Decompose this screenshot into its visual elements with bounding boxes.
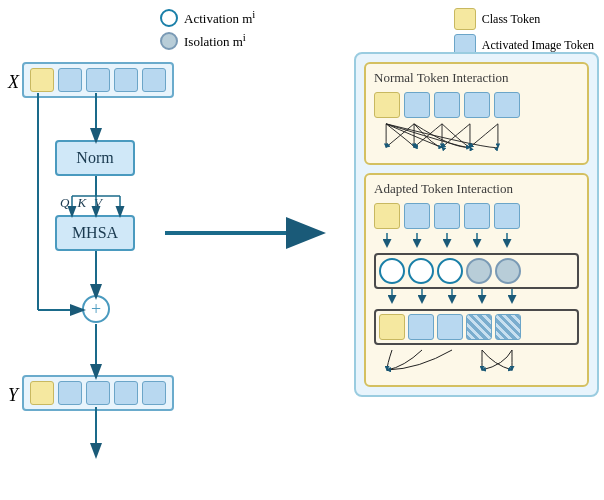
adapted-down-arrows-2 <box>374 289 604 305</box>
legend: Activation mi Isolation mi <box>160 8 255 51</box>
class-token-icon <box>454 8 476 30</box>
adapted-down-arrows-1 <box>374 233 604 249</box>
isolation-circle-icon <box>160 32 178 50</box>
y-active-token-4 <box>142 381 166 405</box>
y-token-row <box>22 375 174 411</box>
normal-active-2 <box>434 92 460 118</box>
class-token-label: Class Token <box>482 12 541 27</box>
adapted-panel: Adapted Token Interaction <box>364 173 589 387</box>
y-active-token-1 <box>58 381 82 405</box>
x-active-token-3 <box>114 68 138 92</box>
result-isolated-2 <box>495 314 521 340</box>
y-active-token-3 <box>114 381 138 405</box>
qkv-labels: Q K V <box>60 195 102 211</box>
isolation-legend-row: Isolation mi <box>160 31 255 50</box>
adapted-bottom-arrows <box>374 345 604 375</box>
adapted-row-1 <box>374 203 579 229</box>
activation-legend-row: Activation mi <box>160 8 255 27</box>
diagram-container: Activation mi Isolation mi Class Token A… <box>0 0 604 500</box>
normal-active-4 <box>494 92 520 118</box>
act-circle-2 <box>408 258 434 284</box>
x-label: X <box>8 72 19 93</box>
adapted-active-2 <box>434 203 460 229</box>
normal-token-row <box>374 92 579 118</box>
adapted-active-1 <box>404 203 430 229</box>
activation-circle-icon <box>160 9 178 27</box>
right-panel: Normal Token Interaction <box>354 52 599 397</box>
y-label: Y <box>8 385 18 406</box>
normal-panel: Normal Token Interaction <box>364 62 589 165</box>
result-active-2 <box>437 314 463 340</box>
activation-label: Activation mi <box>184 8 255 27</box>
q-label: Q <box>60 195 69 211</box>
iso-circle-2 <box>495 258 521 284</box>
y-active-token-2 <box>86 381 110 405</box>
adapted-class-token <box>374 203 400 229</box>
act-circle-3 <box>437 258 463 284</box>
k-label: K <box>77 195 86 211</box>
normal-panel-title: Normal Token Interaction <box>374 70 579 86</box>
result-inner-box <box>374 309 579 345</box>
plus-circle: + <box>82 295 110 323</box>
iso-circle-1 <box>466 258 492 284</box>
class-token-legend: Class Token <box>454 8 594 30</box>
mhsa-box: MHSA <box>55 215 135 251</box>
result-active-1 <box>408 314 434 340</box>
act-circle-1 <box>379 258 405 284</box>
norm-box: Norm <box>55 140 135 176</box>
result-isolated-1 <box>466 314 492 340</box>
v-label: V <box>94 195 102 211</box>
active-token-label: Activated Image Token <box>482 38 594 53</box>
x-active-token-2 <box>86 68 110 92</box>
result-class-token <box>379 314 405 340</box>
normal-active-1 <box>404 92 430 118</box>
x-token-row <box>22 62 174 98</box>
adapted-active-4 <box>494 203 520 229</box>
normal-active-3 <box>464 92 490 118</box>
activation-inner-box <box>374 253 579 289</box>
adapted-active-3 <box>464 203 490 229</box>
x-active-token-1 <box>58 68 82 92</box>
normal-arrows-svg <box>374 118 579 153</box>
y-class-token <box>30 381 54 405</box>
isolation-label: Isolation mi <box>184 31 246 50</box>
x-class-token <box>30 68 54 92</box>
x-active-token-4 <box>142 68 166 92</box>
adapted-panel-title: Adapted Token Interaction <box>374 181 579 197</box>
normal-class-token <box>374 92 400 118</box>
